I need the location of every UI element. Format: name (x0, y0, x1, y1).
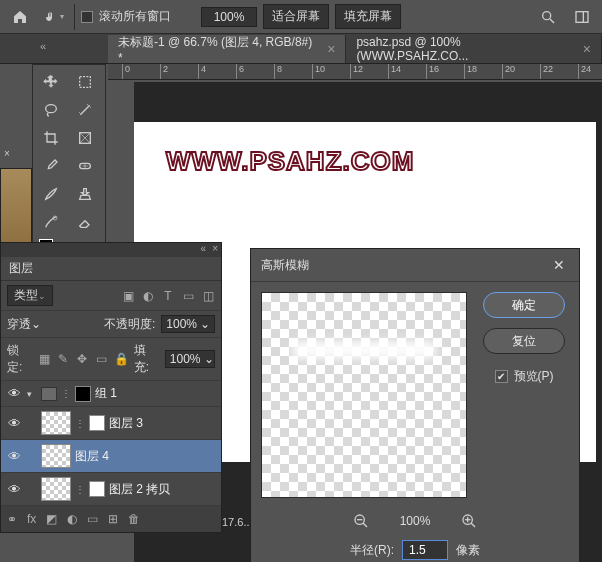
toolbox (32, 64, 106, 268)
layers-tab[interactable]: 图层 (1, 257, 221, 281)
history-brush-tool-icon[interactable] (35, 209, 67, 235)
radius-unit: 像素 (456, 542, 480, 559)
close-icon[interactable]: ✕ (549, 255, 569, 275)
filter-shape-icon[interactable]: ▭ (181, 289, 195, 303)
radius-input[interactable]: 1.5 (402, 540, 448, 560)
lock-position-icon[interactable]: ✥ (76, 352, 89, 366)
expand-icon[interactable]: ▾ (27, 389, 37, 399)
fill-label: 填充: (134, 342, 159, 376)
layer-fx-icon[interactable]: fx (27, 512, 36, 526)
layer-mask-icon[interactable]: ◩ (46, 512, 57, 526)
lock-artboard-icon[interactable]: ▭ (95, 352, 108, 366)
marquee-tool-icon[interactable] (69, 69, 101, 95)
scroll-all-label: 滚动所有窗口 (99, 8, 171, 25)
delete-layer-icon[interactable]: 🗑 (128, 512, 140, 526)
visibility-icon[interactable]: 👁 (5, 386, 23, 401)
visibility-icon[interactable]: 👁 (5, 449, 23, 464)
new-layer-icon[interactable]: ⊞ (108, 512, 118, 526)
scroll-all-checkbox[interactable] (81, 11, 93, 23)
radius-label: 半径(R): (350, 542, 394, 559)
svg-rect-2 (576, 11, 588, 22)
mask-thumb[interactable] (89, 415, 105, 431)
options-bar: ▾ 滚动所有窗口 100% 适合屏幕 填充屏幕 (0, 0, 602, 34)
fill-screen-button[interactable]: 填充屏幕 (335, 4, 401, 29)
visibility-icon[interactable]: 👁 (5, 482, 23, 497)
preview-content (292, 341, 436, 359)
layer-thumb[interactable] (41, 444, 71, 468)
filter-smart-icon[interactable]: ◫ (201, 289, 215, 303)
dialog-title: 高斯模糊 (261, 257, 309, 274)
eraser-tool-icon[interactable] (69, 209, 101, 235)
link-icon: ⋮ (75, 418, 85, 429)
layer-item-selected[interactable]: 👁 图层 4 (1, 440, 221, 473)
zoom-out-icon[interactable] (352, 512, 370, 530)
blend-mode-select[interactable]: 穿透⌄ (7, 316, 41, 333)
tab-doc-2[interactable]: psahz.psd @ 100% (WWW.PSAHZ.CO... × (346, 35, 602, 63)
ok-button[interactable]: 确定 (483, 292, 565, 318)
filter-kind-select[interactable]: 类型⌄ (7, 285, 53, 306)
mini-close-icon[interactable]: × (4, 148, 10, 159)
zoom-in-icon[interactable] (460, 512, 478, 530)
tab-doc-1[interactable]: 未标题-1 @ 66.7% (图层 4, RGB/8#) * × (108, 35, 346, 63)
svg-line-1 (550, 19, 554, 23)
document-tabs: « 未标题-1 @ 66.7% (图层 4, RGB/8#) * × psahz… (0, 34, 602, 64)
panel-layout-icon[interactable] (568, 4, 596, 30)
filter-adjust-icon[interactable]: ◐ (141, 289, 155, 303)
group-icon[interactable]: ▭ (87, 512, 98, 526)
dialog-titlebar[interactable]: 高斯模糊 ✕ (251, 249, 579, 282)
close-icon[interactable]: × (583, 41, 591, 57)
home-icon[interactable] (6, 4, 34, 30)
move-tool-icon[interactable] (35, 69, 67, 95)
fill-input[interactable]: 100%⌄ (165, 350, 215, 368)
preview-zoom-value: 100% (400, 514, 431, 528)
lock-pixels-icon[interactable]: ▦ (38, 352, 51, 366)
close-icon[interactable]: × (327, 41, 335, 57)
canvas-text: WWW.PSAHZ.COM (166, 146, 414, 177)
opacity-label: 不透明度: (104, 316, 155, 333)
layer-name[interactable]: 组 1 (95, 385, 117, 402)
clone-stamp-tool-icon[interactable] (69, 181, 101, 207)
hand-tool-icon[interactable]: ▾ (40, 4, 68, 30)
filter-pixel-icon[interactable]: ▣ (121, 289, 135, 303)
zoom-level[interactable]: 100% (201, 7, 257, 27)
gaussian-blur-dialog: 高斯模糊 ✕ 确定 复位 ✔ 预览(P) 100% 半径(R): 1.5 像素 (250, 248, 580, 562)
preview-checkbox[interactable]: ✔ (495, 370, 508, 383)
magic-wand-tool-icon[interactable] (69, 97, 101, 123)
layer-group[interactable]: 👁 ▾ ⋮ 组 1 (1, 381, 221, 407)
layer-item[interactable]: 👁 ⋮ 图层 2 拷贝 (1, 473, 221, 506)
mask-thumb[interactable] (75, 386, 91, 402)
blend-opacity-row: 穿透⌄ 不透明度: 100%⌄ (1, 311, 221, 338)
visibility-icon[interactable]: 👁 (5, 416, 23, 431)
adjustment-layer-icon[interactable]: ◐ (67, 512, 77, 526)
tab-label: 未标题-1 @ 66.7% (图层 4, RGB/8#) * (118, 34, 319, 65)
brush-tool-icon[interactable] (35, 181, 67, 207)
layer-name[interactable]: 图层 3 (109, 415, 143, 432)
filter-type-icon[interactable]: T (161, 289, 175, 303)
search-icon[interactable] (534, 4, 562, 30)
collapse-tools-icon[interactable]: « (40, 40, 46, 52)
svg-point-5 (46, 105, 57, 113)
layers-panel-footer: ⚭ fx ◩ ◐ ▭ ⊞ 🗑 (1, 506, 221, 532)
folder-icon (41, 387, 57, 401)
layer-thumb[interactable] (41, 477, 71, 501)
close-icon[interactable]: × (209, 243, 221, 257)
link-layers-icon[interactable]: ⚭ (7, 512, 17, 526)
eyedropper-tool-icon[interactable] (35, 153, 67, 179)
reset-button[interactable]: 复位 (483, 328, 565, 354)
blur-preview[interactable] (261, 292, 467, 498)
crop-tool-icon[interactable] (35, 125, 67, 151)
frame-tool-icon[interactable] (69, 125, 101, 151)
healing-brush-tool-icon[interactable] (69, 153, 101, 179)
preview-label: 预览(P) (514, 368, 554, 385)
lock-brush-icon[interactable]: ✎ (57, 352, 70, 366)
layer-item[interactable]: 👁 ⋮ 图层 3 (1, 407, 221, 440)
mask-thumb[interactable] (89, 481, 105, 497)
layer-thumb[interactable] (41, 411, 71, 435)
opacity-input[interactable]: 100%⌄ (161, 315, 215, 333)
lasso-tool-icon[interactable] (35, 97, 67, 123)
collapse-icon[interactable]: « (198, 243, 210, 257)
fit-screen-button[interactable]: 适合屏幕 (263, 4, 329, 29)
layer-name[interactable]: 图层 2 拷贝 (109, 481, 170, 498)
lock-all-icon[interactable]: 🔒 (114, 352, 128, 366)
layer-name[interactable]: 图层 4 (75, 448, 109, 465)
